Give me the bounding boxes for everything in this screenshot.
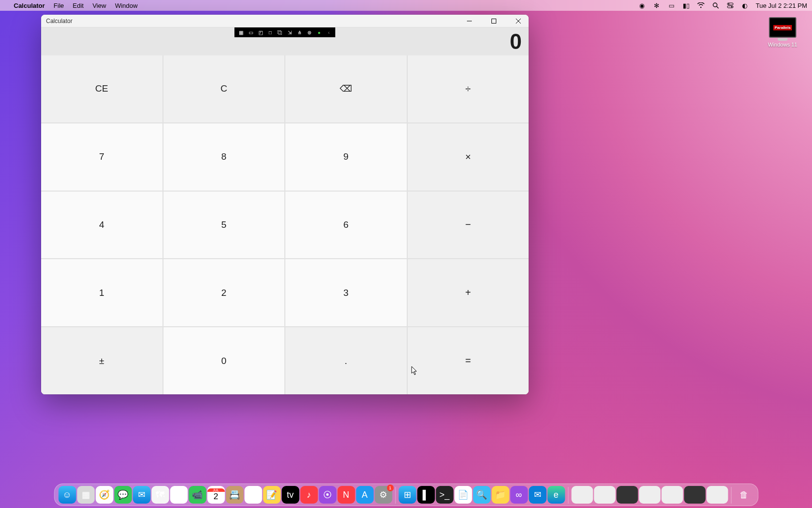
dock-notes[interactable]: 📝 xyxy=(263,486,280,504)
dock-separator-2 xyxy=(568,487,568,504)
menu-file[interactable]: File xyxy=(54,2,64,9)
dock-ms-mail[interactable]: ✉ xyxy=(529,486,546,504)
calendar-month-label: JUL xyxy=(207,488,225,492)
dock-windows-vm[interactable]: ⊞ xyxy=(398,486,416,504)
key-clear-entry[interactable]: CE xyxy=(41,55,162,122)
dock-trash[interactable]: 🗑 xyxy=(734,486,754,504)
key-1[interactable]: 1 xyxy=(41,259,162,326)
dock-music[interactable]: ♪ xyxy=(300,486,318,504)
calculator-keypad: CE C ⌫ ÷ 7 8 9 × 4 5 6 − 1 2 3 + ± 0 . = xyxy=(41,55,529,394)
key-4[interactable]: 4 xyxy=(41,192,162,259)
dock-safari[interactable]: 🧭 xyxy=(95,486,113,504)
dock-minimized-4[interactable] xyxy=(639,486,660,504)
backspace-icon: ⌫ xyxy=(340,83,352,94)
svg-point-5 xyxy=(728,3,729,4)
menubar-clock[interactable]: Tue Jul 2 2:21 PM xyxy=(756,2,807,9)
dock-launchpad[interactable]: ▦ xyxy=(77,486,94,504)
pointer-icon[interactable]: ◰ xyxy=(257,29,264,36)
dock-messages[interactable]: 💬 xyxy=(114,486,132,504)
app-menu[interactable]: Calculator xyxy=(14,2,45,9)
dock-appstore[interactable]: A xyxy=(356,486,373,504)
svg-rect-8 xyxy=(492,19,496,23)
parallels-floating-toolbar[interactable]: ▦ ▭ ◰ □ ⿻ ⇲ ⋔ ⊛ ● ‹ xyxy=(234,27,335,37)
maximize-button[interactable] xyxy=(487,16,501,26)
camera-icon[interactable]: ▭ xyxy=(247,29,254,36)
dock-file-explorer[interactable]: 📁 xyxy=(491,486,509,504)
dock-facetime[interactable]: 📹 xyxy=(188,486,206,504)
dock-podcasts[interactable]: ⦿ xyxy=(319,486,336,504)
desktop-icon-windows11[interactable]: Parallels Windows 11 xyxy=(763,17,802,48)
dock-textedit[interactable]: 📄 xyxy=(454,486,472,504)
minimize-button[interactable] xyxy=(462,16,477,26)
dock-reminders[interactable]: ☰ xyxy=(244,486,262,504)
key-backspace[interactable]: ⌫ xyxy=(285,55,407,122)
dock-minimized-1[interactable] xyxy=(571,486,593,504)
window-title: Calculator xyxy=(46,18,72,24)
key-clear[interactable]: C xyxy=(163,55,285,122)
parallels-brand-label: Parallels xyxy=(773,25,792,30)
dock-contacts[interactable]: 📇 xyxy=(226,486,243,504)
menu-view[interactable]: View xyxy=(93,2,106,9)
clipboard-icon[interactable]: ⿻ xyxy=(277,29,283,36)
dock-tv[interactable]: tv xyxy=(281,486,299,504)
dock-minimized-7[interactable] xyxy=(706,486,728,504)
dock-visual-studio[interactable]: ∞ xyxy=(510,486,528,504)
battery-icon[interactable]: ▮▯ xyxy=(682,1,690,9)
dock-news[interactable]: N xyxy=(337,486,355,504)
mac-dock: ☺ ▦ 🧭 💬 ✉ 🗺 ✿ 📹 JUL 2 📇 ☰ 📝 tv ♪ ⦿ N A ⚙… xyxy=(54,484,758,506)
svg-point-1 xyxy=(713,3,717,7)
key-0[interactable]: 0 xyxy=(163,327,285,394)
coherence-icon[interactable]: ▦ xyxy=(237,29,244,36)
menu-edit[interactable]: Edit xyxy=(73,2,84,9)
dock-system-settings[interactable]: ⚙ 1 xyxy=(374,486,392,504)
settings-badge: 1 xyxy=(387,484,394,491)
key-divide[interactable]: ÷ xyxy=(408,55,529,122)
dock-maps[interactable]: 🗺 xyxy=(151,486,169,504)
dock-finder[interactable]: ☺ xyxy=(58,486,76,504)
desktop-icon-label: Windows 11 xyxy=(768,42,797,48)
dock-minimized-6[interactable] xyxy=(684,486,705,504)
spotlight-search-icon[interactable] xyxy=(712,1,719,9)
dock-mail[interactable]: ✉ xyxy=(133,486,150,504)
siri-icon[interactable]: ◐ xyxy=(741,1,749,9)
key-3[interactable]: 3 xyxy=(285,259,407,326)
menu-window[interactable]: Window xyxy=(115,2,138,9)
collapse-icon[interactable]: ‹ xyxy=(325,29,332,36)
key-9[interactable]: 9 xyxy=(285,123,407,191)
check-icon[interactable]: ● xyxy=(316,29,323,36)
dock-preview[interactable]: 🔍 xyxy=(473,486,490,504)
record-icon[interactable]: ◉ xyxy=(638,1,646,9)
window-icon[interactable]: □ xyxy=(267,29,274,36)
key-negate[interactable]: ± xyxy=(41,327,162,394)
close-button[interactable] xyxy=(511,16,526,26)
dock-edge[interactable]: e xyxy=(547,486,565,504)
key-7[interactable]: 7 xyxy=(41,123,162,191)
accessibility-icon[interactable]: ⊛ xyxy=(306,29,313,36)
dock-minimized-3[interactable] xyxy=(616,486,638,504)
calculator-window: Calculator ▦ ▭ ◰ □ ⿻ ⇲ ⋔ ⊛ ● ‹ 0 xyxy=(41,15,529,394)
key-8[interactable]: 8 xyxy=(163,123,285,191)
screen-mirror-icon[interactable]: ▭ xyxy=(668,1,675,9)
key-add[interactable]: + xyxy=(408,259,529,326)
usb-icon[interactable]: ⋔ xyxy=(296,29,303,36)
shield-icon[interactable]: ✻ xyxy=(653,1,661,9)
key-5[interactable]: 5 xyxy=(163,192,285,259)
window-titlebar[interactable]: Calculator xyxy=(41,15,529,27)
key-multiply[interactable]: × xyxy=(408,123,529,191)
svg-line-2 xyxy=(717,6,719,8)
key-equals[interactable]: = xyxy=(408,327,529,394)
key-2[interactable]: 2 xyxy=(163,259,285,326)
dock-terminal[interactable]: ▌ xyxy=(417,486,435,504)
control-center-icon[interactable] xyxy=(726,1,734,9)
dock-minimized-5[interactable] xyxy=(661,486,683,504)
key-decimal[interactable]: . xyxy=(285,327,407,394)
dock-calendar[interactable]: JUL 2 xyxy=(207,486,225,504)
dock-photos[interactable]: ✿ xyxy=(170,486,187,504)
key-6[interactable]: 6 xyxy=(285,192,407,259)
display-value: 0 xyxy=(510,29,522,54)
wifi-icon[interactable] xyxy=(697,1,705,9)
dock-cmd[interactable]: >_ xyxy=(436,486,453,504)
key-subtract[interactable]: − xyxy=(408,192,529,259)
dock-minimized-2[interactable] xyxy=(594,486,615,504)
share-icon[interactable]: ⇲ xyxy=(286,29,293,36)
